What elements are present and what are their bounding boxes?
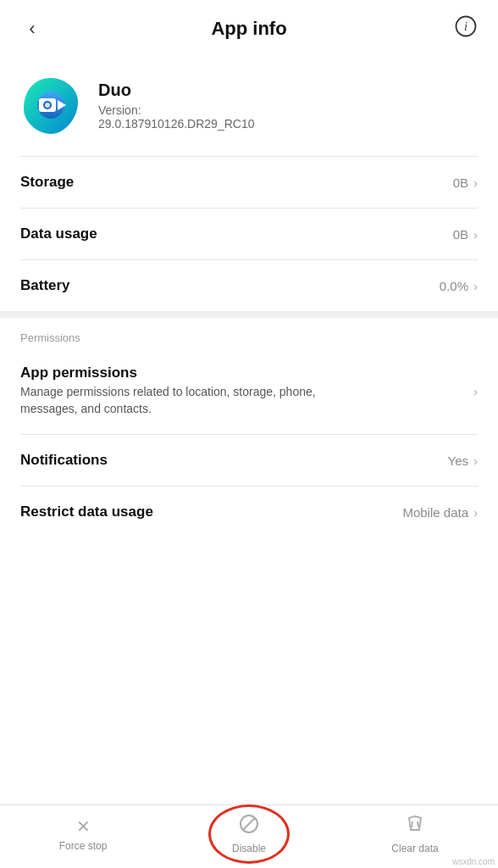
app-version-label: Version:	[98, 103, 254, 117]
data-usage-label: Data usage	[20, 225, 453, 242]
battery-label: Battery	[20, 277, 440, 294]
force-stop-label: Force stop	[59, 840, 108, 852]
storage-label: Storage	[20, 174, 453, 191]
back-button[interactable]: ‹	[17, 18, 47, 40]
svg-point-5	[45, 103, 50, 108]
app-icon	[20, 75, 81, 136]
notifications-value: Yes	[448, 453, 468, 468]
svg-line-10	[418, 821, 418, 827]
restrict-data-chevron: ›	[473, 505, 478, 520]
restrict-data-value: Mobile data	[402, 505, 468, 520]
info-icon: i	[455, 15, 477, 37]
svg-line-9	[412, 821, 412, 827]
app-permissions-item[interactable]: App permissions Manage permissions relat…	[0, 348, 498, 434]
battery-item[interactable]: Battery 0.0% ›	[0, 260, 498, 311]
svg-text:i: i	[464, 20, 468, 33]
clear-data-icon	[405, 814, 425, 839]
bottom-action-bar: ✕ Force stop Disable Clear data	[0, 804, 498, 868]
info-button[interactable]: i	[451, 15, 481, 42]
clear-data-label: Clear data	[391, 843, 438, 854]
force-stop-button[interactable]: ✕ Force stop	[0, 816, 166, 852]
storage-item[interactable]: Storage 0B ›	[0, 157, 498, 208]
notifications-label: Notifications	[20, 452, 448, 469]
svg-line-8	[243, 818, 255, 830]
force-stop-icon: ✕	[76, 816, 91, 837]
battery-chevron: ›	[473, 279, 478, 293]
data-usage-item[interactable]: Data usage 0B ›	[0, 209, 498, 259]
data-usage-chevron: ›	[473, 227, 478, 242]
disable-icon	[239, 814, 259, 839]
disable-button[interactable]: Disable	[166, 814, 332, 854]
app-permissions-sublabel: Manage permissions related to location, …	[20, 384, 342, 417]
data-usage-value: 0B	[453, 227, 468, 242]
page-title: App info	[47, 18, 451, 40]
restrict-data-label: Restrict data usage	[20, 504, 402, 520]
notifications-chevron: ›	[473, 453, 478, 468]
watermark: wsxdn.com	[452, 857, 495, 866]
permissions-section-label: Permissions	[0, 318, 498, 348]
disable-label: Disable	[232, 843, 266, 854]
app-name: Duo	[98, 81, 254, 100]
app-info-section: Duo Version: 29.0.187910126.DR29_RC10	[0, 54, 498, 156]
app-header: ‹ App info i	[0, 0, 498, 54]
storage-chevron: ›	[473, 175, 478, 190]
section-divider	[0, 311, 498, 318]
app-details: Duo Version: 29.0.187910126.DR29_RC10	[98, 81, 254, 131]
restrict-data-item[interactable]: Restrict data usage Mobile data ›	[0, 487, 498, 537]
storage-value: 0B	[453, 175, 468, 190]
app-permissions-chevron: ›	[473, 384, 478, 398]
app-version-value: 29.0.187910126.DR29_RC10	[98, 117, 254, 131]
app-permissions-label: App permissions	[20, 364, 472, 381]
battery-value: 0.0%	[440, 279, 468, 293]
notifications-item[interactable]: Notifications Yes ›	[0, 435, 498, 486]
clear-data-button[interactable]: Clear data	[332, 814, 498, 854]
